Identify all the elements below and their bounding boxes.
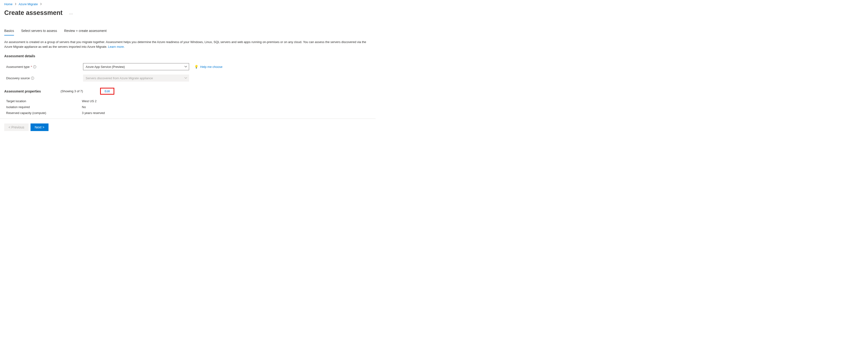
prop-target-location-value: West US 2 [82, 99, 97, 103]
discovery-source-select: Servers discovered from Azure Migrate ap… [83, 74, 189, 81]
learn-more-link[interactable]: Learn more. [108, 45, 125, 48]
discovery-source-label: Discovery source i [4, 76, 83, 80]
help-me-choose-link[interactable]: Help me choose [200, 65, 222, 69]
description-body: An assessment is created on a group of s… [4, 40, 366, 48]
section-assessment-details-header: Assessment details [4, 54, 371, 58]
prop-isolation-required-value: No [82, 105, 86, 109]
prop-target-location-label: Target location [6, 99, 82, 103]
page-title: Create assessment [4, 9, 62, 17]
footer-buttons: < Previous Next > [4, 119, 371, 136]
assessment-type-label: Assessment type * i [4, 65, 83, 69]
tab-basics[interactable]: Basics [4, 29, 14, 35]
tab-review-create[interactable]: Review + create assessment [64, 29, 106, 35]
next-button[interactable]: Next > [31, 124, 49, 131]
tab-select-servers[interactable]: Select servers to assess [21, 29, 57, 35]
lightbulb-icon: 💡 [194, 65, 198, 69]
edit-highlight-box: Edit [100, 88, 114, 95]
breadcrumb: Home Azure Migrate [4, 2, 371, 6]
discovery-source-value: Servers discovered from Azure Migrate ap… [86, 76, 153, 80]
more-actions-icon[interactable]: ··· [69, 12, 73, 16]
previous-button: < Previous [4, 124, 29, 131]
prop-isolation-required-label: Isolation required [6, 105, 82, 109]
chevron-right-icon [40, 3, 42, 6]
assessment-type-value: Azure App Service (Preview) [86, 65, 125, 69]
chevron-right-icon [15, 3, 16, 6]
breadcrumb-home[interactable]: Home [4, 2, 12, 6]
breadcrumb-azure-migrate[interactable]: Azure Migrate [19, 2, 38, 6]
edit-properties-link[interactable]: Edit [104, 89, 110, 93]
section-assessment-properties-header: Assessment properties [4, 89, 61, 93]
tabs: Basics Select servers to assess Review +… [4, 29, 371, 35]
required-indicator: * [31, 65, 32, 69]
description-text: An assessment is created on a group of s… [4, 40, 371, 49]
prop-reserved-capacity-label: Reserved capacity (compute) [6, 111, 82, 115]
assessment-type-select[interactable]: Azure App Service (Preview) [83, 63, 189, 70]
prop-reserved-capacity-value: 3 years reserved [82, 111, 105, 115]
properties-showing-count: (Showing 3 of 7) [61, 89, 100, 93]
info-icon[interactable]: i [31, 77, 34, 80]
info-icon[interactable]: i [33, 65, 36, 68]
